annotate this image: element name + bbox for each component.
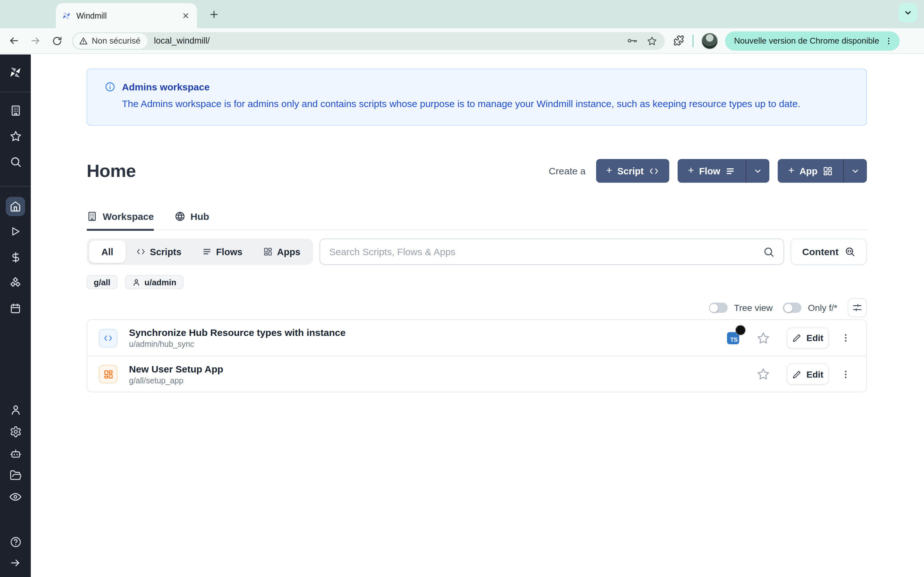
sidebar-item-folders[interactable] [0, 464, 31, 486]
address-bar[interactable]: Non sécurisé local_windmill/ [72, 32, 665, 50]
chevron-down-icon [903, 8, 913, 17]
reload-icon[interactable] [46, 35, 68, 46]
browser-tabstrip: Windmill [0, 0, 924, 28]
typescript-badge-label: TS [730, 336, 738, 343]
script-kind-icon [99, 329, 118, 347]
display-settings-button[interactable] [848, 298, 867, 318]
tab-search-button[interactable] [898, 3, 918, 23]
search-code-icon [845, 246, 855, 257]
tab-title: Windmill [76, 11, 180, 20]
pencil-icon [792, 334, 801, 342]
extensions-puzzle-icon[interactable] [673, 35, 684, 46]
row-menu-kebab-icon[interactable] [838, 364, 853, 384]
filter-all[interactable]: All [89, 240, 126, 263]
pencil-icon [792, 370, 801, 379]
security-chip[interactable]: Non sécurisé [73, 33, 148, 48]
back-icon[interactable] [3, 35, 24, 46]
forward-icon[interactable] [24, 35, 46, 46]
bookmark-star-icon[interactable] [647, 35, 657, 46]
page-header: Home Create a + Script + Flow [87, 159, 867, 183]
create-script-button[interactable]: + Script [596, 159, 669, 183]
sidebar-item-search[interactable] [0, 150, 31, 173]
filter-flows[interactable]: Flows [192, 240, 252, 263]
create-app-button[interactable]: + App [778, 159, 843, 183]
chrome-menu-kebab-icon[interactable] [884, 36, 893, 45]
eye-icon [9, 490, 22, 503]
windmill-app: Admins workspace The Admins workspace is… [0, 55, 924, 577]
new-tab-icon[interactable] [208, 8, 220, 21]
list-item-script[interactable]: Synchronize Hub Resource types with inst… [87, 320, 866, 356]
code-icon [103, 333, 113, 343]
sidebar-item-settings[interactable] [0, 421, 31, 442]
sidebar-item-workers[interactable] [0, 442, 31, 464]
search-input[interactable] [329, 246, 763, 257]
create-app-label: App [800, 166, 817, 176]
sidebar-item-favorites[interactable] [0, 124, 31, 147]
edit-button[interactable]: Edit [787, 327, 829, 348]
sidebar-item-variables[interactable] [0, 245, 31, 269]
tab-workspace[interactable]: Workspace [87, 206, 154, 229]
dollar-icon [9, 251, 21, 263]
flow-list-icon [725, 166, 736, 176]
code-icon [649, 166, 659, 176]
owner-badge-row: g/all u/admin [87, 275, 867, 289]
item-title[interactable]: Synchronize Hub Resource types with inst… [129, 327, 346, 338]
favorite-star-icon[interactable] [756, 331, 770, 345]
windmill-logo-icon[interactable] [8, 60, 23, 85]
owner-badge-group[interactable]: g/all [87, 275, 118, 289]
create-flow-button[interactable]: + Flow [678, 159, 746, 183]
filter-scripts[interactable]: Scripts [126, 240, 192, 263]
app-grid-icon [263, 247, 273, 256]
plus-icon: + [688, 165, 694, 176]
owner-badge-user[interactable]: u/admin [125, 275, 184, 289]
filter-flows-label: Flows [216, 247, 242, 257]
building-icon [9, 104, 21, 116]
workspace-hub-tabs: Workspace Hub [87, 206, 867, 230]
sidebar-item-workspace[interactable] [0, 99, 31, 122]
browser-toolbar: Non sécurisé local_windmill/ Nouvelle ve… [0, 28, 924, 54]
edit-button[interactable]: Edit [787, 364, 829, 385]
app-grid-icon [103, 369, 113, 379]
sidebar-item-audit-logs[interactable] [0, 486, 31, 508]
sidebar-expand-button[interactable] [0, 553, 31, 573]
home-icon [10, 201, 21, 212]
tab-workspace-label: Workspace [103, 211, 154, 222]
sidebar-item-users[interactable] [0, 399, 31, 421]
sidebar-item-runs[interactable] [0, 220, 31, 243]
typescript-badge: TS [727, 332, 739, 344]
tab-hub[interactable]: Hub [174, 206, 209, 229]
security-label: Non sécurisé [92, 36, 141, 45]
browser-tab[interactable]: Windmill [56, 3, 197, 28]
url-text[interactable]: local_windmill/ [154, 36, 617, 45]
create-flow-caret-button[interactable] [746, 159, 770, 183]
list-item-app[interactable]: New User Setup App g/all/setup_app Edit [87, 356, 866, 392]
toolbar-separator [692, 34, 694, 47]
admins-workspace-banner: Admins workspace The Admins workspace is… [87, 69, 867, 126]
app-kind-icon [99, 365, 118, 384]
sliders-icon [852, 303, 863, 313]
only-f-toggle[interactable] [783, 303, 801, 313]
plus-icon: + [788, 165, 795, 176]
info-icon [105, 81, 115, 92]
sidebar-item-schedules[interactable] [0, 297, 31, 320]
tab-close-icon[interactable] [180, 11, 191, 21]
arrow-right-icon [10, 557, 21, 569]
only-f-label: Only f/* [808, 303, 837, 313]
boxes-icon [9, 276, 22, 289]
sidebar-item-home[interactable] [6, 197, 25, 216]
tree-view-toggle[interactable] [709, 303, 728, 313]
create-app-caret-button[interactable] [843, 159, 867, 183]
plus-icon: + [606, 165, 612, 176]
content-button[interactable]: Content [790, 239, 867, 265]
favorite-star-icon[interactable] [756, 367, 770, 381]
sidebar-item-resources[interactable] [0, 271, 31, 294]
profile-avatar[interactable] [701, 32, 718, 49]
row-menu-kebab-icon[interactable] [838, 327, 853, 348]
filter-apps[interactable]: Apps [253, 240, 311, 263]
edit-button-label: Edit [806, 369, 824, 379]
screen: Windmill Non sécurisé local_windmil [0, 0, 924, 577]
sidebar-item-help[interactable] [0, 531, 31, 553]
item-title[interactable]: New User Setup App [129, 363, 223, 374]
chrome-update-button[interactable]: Nouvelle version de Chrome disponible [725, 31, 900, 50]
password-key-icon[interactable] [627, 35, 638, 46]
